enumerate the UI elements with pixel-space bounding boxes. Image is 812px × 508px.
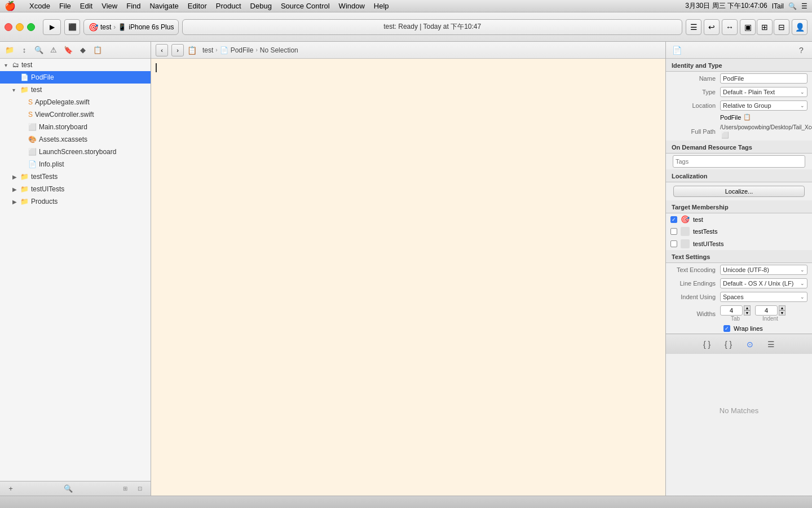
toggle-inspector-btn[interactable]: 👤 (792, 19, 807, 35)
sidebar-item-mainstoryboard[interactable]: ⬜ Main.storyboard (0, 121, 151, 133)
file-inspector-btn[interactable]: 📄 (670, 44, 683, 56)
menu-help[interactable]: Help (374, 2, 389, 10)
warning-icon[interactable]: ⚠ (47, 44, 60, 56)
menu-file[interactable]: File (59, 2, 71, 10)
text-settings-header: Text Settings (666, 250, 812, 263)
breakpoint-icon[interactable]: ◆ (77, 44, 89, 56)
hierarchy-btn[interactable]: ⊡ (134, 483, 146, 495)
indent-down-btn[interactable]: ▼ (779, 310, 785, 316)
forward-btn[interactable]: › (171, 44, 184, 56)
sidebar-item-infoplist[interactable]: 📄 Info.plist (0, 158, 151, 170)
device-name: iPhone 6s Plus (129, 23, 174, 31)
menu-navigate[interactable]: Navigate (149, 2, 178, 10)
sidebar-item-test-root[interactable]: ▾ 🗂 test (0, 59, 151, 71)
target-testtests-row: testTests (666, 225, 812, 238)
breadcrumb-file-icon: 📄 (220, 46, 228, 54)
wrap-lines-checkbox[interactable] (723, 325, 730, 332)
git-icon[interactable]: ↕ (18, 44, 30, 56)
indent-up-btn[interactable]: ▲ (779, 305, 785, 310)
location-file-icon[interactable]: 📋 (743, 113, 751, 121)
add-file-btn[interactable]: + (5, 483, 17, 495)
target-testtests-checkbox[interactable] (670, 228, 677, 235)
report-icon[interactable]: 📋 (91, 44, 104, 56)
folder-icon[interactable]: 📁 (3, 44, 16, 56)
name-value (720, 73, 807, 84)
build-settings-icon[interactable]: ☰ (765, 338, 778, 351)
sidebar-item-appdelegate[interactable]: S AppDelegate.swift (0, 96, 151, 108)
status-text: test: Ready | Today at 下午10:47 (383, 22, 481, 32)
fullpath-row: Full Path /Users/powpowbing/Desktop/Tail… (666, 122, 812, 141)
identity-icon[interactable]: ⊙ (744, 338, 756, 351)
menu-editor[interactable]: Editor (188, 2, 207, 10)
sidebar-item-assets[interactable]: 🎨 Assets.xcassets (0, 133, 151, 146)
tab-sub-label: Tab (720, 316, 751, 322)
target-testuitests-checkbox[interactable] (670, 240, 677, 247)
tab-up-btn[interactable]: ▲ (744, 305, 751, 310)
show-only-recent-btn[interactable]: ⊞ (119, 483, 131, 495)
sidebar-item-podfile[interactable]: 📄 PodFile (0, 71, 151, 84)
minimize-button[interactable] (16, 23, 24, 31)
sidebar-item-viewcontroller[interactable]: S ViewController.swift (0, 108, 151, 121)
text-cursor (156, 63, 157, 72)
arrow-icon: ▾ (5, 62, 12, 68)
quick-help-btn[interactable]: ? (795, 44, 807, 56)
scheme-icon: 🎯 (89, 23, 98, 32)
type-select[interactable]: Default - Plain Text ⌄ (720, 87, 807, 97)
toggle-navigator-btn[interactable]: ☰ (686, 19, 701, 35)
back-btn[interactable]: ‹ (156, 44, 168, 56)
scheme-selector[interactable]: 🎯 test › 📱 iPhone 6s Plus (83, 19, 179, 35)
encoding-select[interactable]: Unicode (UTF-8) ⌄ (720, 265, 807, 275)
target-test-checkbox[interactable] (670, 216, 677, 223)
stop-button[interactable]: ⬛ (64, 19, 80, 35)
menu-find[interactable]: Find (126, 2, 140, 10)
file-inspector-icon[interactable]: { } (701, 338, 713, 351)
tab-down-btn[interactable]: ▼ (744, 310, 751, 316)
assistant-editor-btn[interactable]: ⊞ (757, 19, 773, 35)
target-testtests-icon (681, 227, 690, 236)
indent-select[interactable]: Spaces ⌄ (720, 292, 807, 302)
menu-view[interactable]: View (102, 2, 117, 10)
tags-input[interactable] (673, 155, 805, 168)
search-icon[interactable]: 🔍 (788, 2, 797, 10)
back-forward-btn[interactable]: ↩ (704, 19, 720, 35)
version-editor-btn[interactable]: ⊟ (774, 19, 789, 35)
sidebar-item-testtests[interactable]: ▶ 📁 testTests (0, 170, 151, 183)
arrow-icon: ▶ (12, 174, 20, 180)
maximize-button[interactable] (27, 23, 35, 31)
run-button[interactable]: ▶ (43, 19, 61, 35)
close-button[interactable] (5, 23, 12, 31)
sidebar-item-test[interactable]: ▾ 📁 test (0, 84, 151, 96)
quick-help-icon[interactable]: { } (722, 338, 735, 351)
standard-editor-btn[interactable]: ▣ (740, 19, 756, 35)
file-type-icon: 📋 (187, 46, 197, 55)
sidebar-item-launchscreen[interactable]: ⬜ LaunchScreen.storyboard (0, 146, 151, 158)
location-select[interactable]: Relative to Group ⌄ (720, 100, 807, 111)
localize-button[interactable]: Localize... (673, 186, 805, 197)
sidebar-item-products[interactable]: ▶ 📁 Products (0, 195, 151, 208)
menu-debug[interactable]: Debug (250, 2, 272, 10)
search-icon[interactable]: 🔍 (33, 44, 45, 56)
menu-xcode[interactable]: Xcode (29, 2, 50, 10)
sidebar-item-testuitests[interactable]: ▶ 📁 testUITests (0, 183, 151, 195)
editor-content[interactable] (151, 59, 665, 496)
menu-window[interactable]: Window (339, 2, 365, 10)
apple-menu[interactable]: 🍎 (5, 1, 16, 11)
ondemand-header: On Demand Resource Tags (666, 141, 812, 154)
indent-width-input[interactable] (755, 305, 778, 316)
device-icon: 📱 (118, 23, 126, 31)
storyboard-icon: ⬜ (28, 123, 37, 131)
fullpath-icon[interactable]: ⬜ (721, 132, 729, 138)
inspector-toolbar: 📄 ? (666, 42, 812, 59)
menu-product[interactable]: Product (216, 2, 241, 10)
sidebar-bottom: + 🔍 ⊞ ⊡ (0, 481, 151, 496)
menu-edit[interactable]: Edit (80, 2, 92, 10)
menu-source-control[interactable]: Source Control (281, 2, 330, 10)
menu-icon[interactable]: ☰ (801, 2, 807, 10)
lineendings-select[interactable]: Default - OS X / Unix (LF) ⌄ (720, 278, 807, 288)
lineendings-text: Default - OS X / Unix (LF) (723, 280, 793, 287)
bookmark-icon[interactable]: 🔖 (62, 44, 74, 56)
name-input[interactable] (720, 73, 807, 84)
assistant-btn[interactable]: ↔ (722, 19, 738, 35)
filter-btn[interactable]: 🔍 (62, 483, 74, 495)
tab-width-input[interactable] (720, 305, 743, 316)
